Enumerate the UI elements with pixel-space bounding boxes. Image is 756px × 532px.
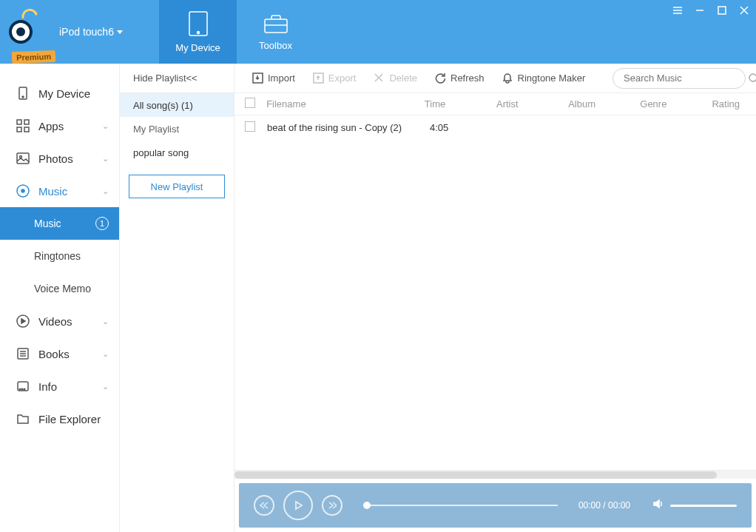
refresh-icon [435,73,446,84]
export-icon [313,73,324,84]
scrollbar-thumb[interactable] [234,471,717,479]
search-box[interactable] [612,68,746,89]
close-icon[interactable] [738,4,750,16]
books-icon [16,347,30,360]
volume-control [652,498,737,513]
volume-slider[interactable] [670,505,737,507]
apps-icon [16,119,30,132]
playlist-item-my-playlist[interactable]: My Playlist [120,117,234,141]
search-icon [748,73,756,84]
playlist-item-label: All song(s) (1) [133,100,193,111]
sidebar-item-photos[interactable]: Photos ⌄ [0,142,119,175]
sidebar-item-my-device[interactable]: My Device [0,77,119,110]
row-checkbox[interactable] [245,121,255,132]
window-controls [672,4,750,16]
select-all-checkbox[interactable] [245,98,255,108]
nav-label: Photos [38,152,73,165]
col-time[interactable]: Time [425,98,496,110]
tool-label: Import [268,73,295,84]
sidebar-item-file-explorer[interactable]: File Explorer [0,403,119,435]
svg-rect-2 [265,19,287,33]
sidebar-item-music[interactable]: Music ⌄ [0,175,119,207]
folder-icon [16,412,30,425]
export-button: Export [306,70,364,87]
sidebar-item-apps[interactable]: Apps ⌄ [0,110,119,142]
sidebar-sub-ringtones[interactable]: Ringtones [0,240,119,272]
tool-label: Ringtone Maker [518,73,586,84]
playlist-item-all-songs[interactable]: All song(s) (1) [120,93,234,117]
svg-point-34 [749,74,756,81]
toolbar: Import Export Delete Refresh Ringtone Ma… [234,64,756,93]
sidebar-item-books[interactable]: Books ⌄ [0,337,119,370]
chevron-down-icon: ⌄ [102,317,109,326]
nav-label: File Explorer [38,413,101,425]
horizontal-scrollbar[interactable] [234,470,756,479]
sidebar-sub-music[interactable]: Music 1 [0,207,119,240]
nav-label: Books [38,348,70,360]
titlebar: Premium iPod touch6 My Device Toolbox [0,0,756,64]
chevron-down-icon: ⌄ [102,154,109,164]
search-input[interactable] [624,73,748,84]
svg-point-18 [20,156,22,158]
progress-knob[interactable] [363,502,371,509]
nav-label: My Device [38,87,90,100]
table-row[interactable]: beat of the rising sun - Copy (2) 4:05 [234,115,756,139]
premium-badge: Premium [12,50,56,64]
chevron-down-icon: ⌄ [102,121,109,131]
import-icon [252,73,263,84]
svg-point-1 [197,31,199,33]
delete-button: Delete [366,70,425,87]
hide-playlist-button[interactable]: Hide Playlist<< [120,64,234,93]
playlist-item-label: popular song [133,147,189,158]
menu-icon[interactable] [672,4,684,16]
col-album[interactable]: Album [568,98,640,110]
sub-label: Voice Memo [34,283,91,294]
import-button[interactable]: Import [245,70,303,87]
sidebar-sub-voice-memo[interactable]: Voice Memo [0,272,119,305]
tab-my-device[interactable]: My Device [159,0,237,64]
play-button[interactable] [283,491,313,520]
svg-point-28 [21,388,23,390]
music-icon [16,184,30,198]
minimize-icon[interactable] [694,4,706,16]
maximize-icon[interactable] [716,4,728,16]
sidebar-item-videos[interactable]: Videos ⌄ [0,305,119,337]
svg-rect-14 [24,120,29,124]
tablet-icon [187,11,209,36]
tab-toolbox[interactable]: Toolbox [237,0,314,64]
col-genre[interactable]: Genre [640,98,712,110]
toolbox-icon [263,13,288,34]
sidebar-item-info[interactable]: Info ⌄ [0,370,119,403]
volume-icon[interactable] [652,498,664,513]
prev-button[interactable] [254,495,274,516]
next-button[interactable] [322,495,342,516]
tab-label: My Device [175,42,220,53]
svg-rect-13 [17,120,21,124]
main-content: Import Export Delete Refresh Ringtone Ma… [234,64,756,532]
col-filename[interactable]: Filename [266,98,425,110]
device-selector[interactable]: iPod touch6 [59,26,123,38]
svg-rect-15 [17,127,21,132]
sub-label: Music [34,218,61,229]
svg-rect-17 [17,153,29,164]
photos-icon [16,152,30,165]
ringtone-maker-button[interactable]: Ringtone Maker [495,70,593,87]
new-playlist-button[interactable]: New Playlist [129,175,225,198]
tool-label: Delete [389,73,417,84]
device-icon [16,87,30,100]
count-badge: 1 [95,217,109,230]
col-rating[interactable]: Rating [712,98,756,110]
svg-point-12 [22,96,24,98]
brand-area: Premium iPod touch6 [0,0,159,64]
refresh-button[interactable]: Refresh [428,70,492,87]
svg-point-20 [21,189,24,192]
col-artist[interactable]: Artist [496,98,568,110]
svg-rect-8 [718,7,726,14]
tool-label: Refresh [450,73,485,84]
progress-track [363,505,558,506]
progress-bar[interactable] [363,505,558,506]
playlist-item-popular-song[interactable]: popular song [120,141,234,164]
nav-label: Music [38,185,67,198]
sidebar: My Device Apps ⌄ Photos ⌄ Music ⌄ Music … [0,64,120,532]
svg-point-29 [24,388,25,390]
